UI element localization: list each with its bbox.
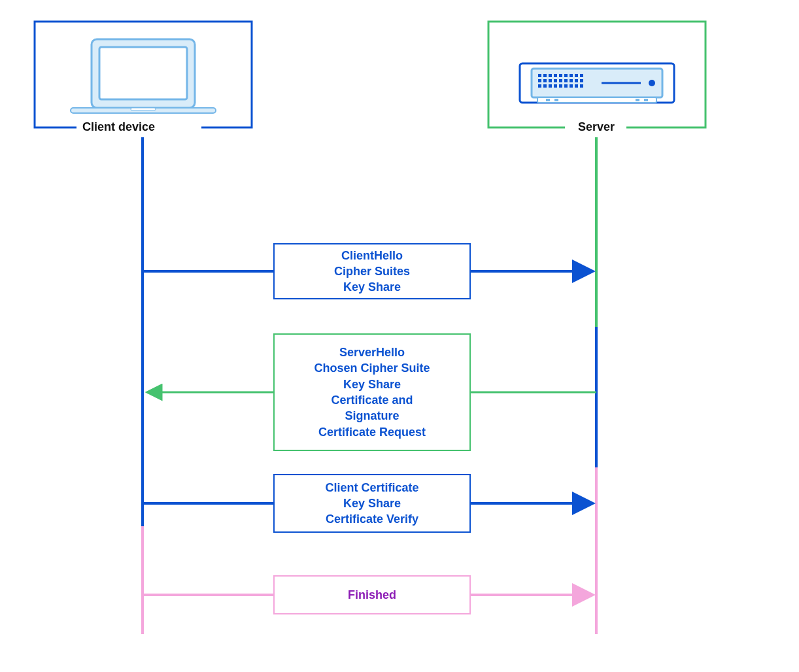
svg-rect-16 [543, 79, 547, 82]
svg-rect-25 [543, 84, 547, 88]
svg-rect-10 [559, 74, 562, 77]
svg-rect-15 [538, 79, 541, 82]
svg-rect-12 [570, 74, 573, 77]
svg-rect-39 [644, 99, 648, 101]
svg-rect-3 [131, 108, 156, 110]
svg-rect-21 [570, 79, 573, 82]
msg-line: Client Certificate [325, 480, 418, 496]
svg-rect-9 [554, 74, 557, 77]
svg-rect-14 [580, 74, 583, 77]
svg-rect-13 [575, 74, 578, 77]
msg-line: Key Share [343, 496, 401, 511]
msg-line: Chosen Cipher Suite [314, 360, 430, 376]
msg-line: Finished [348, 587, 396, 603]
msg-line: Certificate and [331, 392, 413, 408]
message-server-hello: ServerHello Chosen Cipher Suite Key Shar… [273, 333, 471, 451]
svg-point-34 [649, 80, 655, 86]
svg-rect-11 [564, 74, 568, 77]
client-frame [35, 22, 252, 127]
server-label: Server [574, 120, 619, 134]
msg-line: Signature [345, 408, 399, 424]
msg-line: ServerHello [339, 344, 405, 360]
message-client-certificate: Client Certificate Key Share Certificate… [273, 474, 471, 533]
svg-rect-18 [554, 79, 557, 82]
svg-rect-22 [575, 79, 578, 82]
client-label: Client device [78, 120, 159, 134]
svg-rect-31 [575, 84, 578, 88]
svg-rect-6 [538, 74, 541, 77]
svg-rect-8 [549, 74, 552, 77]
server-frame [488, 22, 706, 127]
svg-rect-30 [570, 84, 573, 88]
msg-line: Certificate Request [318, 424, 426, 440]
msg-line: Certificate Verify [326, 511, 418, 527]
msg-line: Key Share [343, 279, 401, 295]
svg-rect-17 [549, 79, 552, 82]
svg-rect-29 [564, 84, 568, 88]
svg-rect-1 [99, 47, 187, 99]
svg-rect-24 [538, 84, 541, 88]
svg-rect-37 [554, 99, 558, 101]
svg-rect-32 [580, 84, 583, 88]
msg-line: Cipher Suites [334, 263, 410, 279]
svg-rect-38 [636, 99, 639, 101]
svg-rect-27 [554, 84, 557, 88]
svg-rect-7 [543, 74, 547, 77]
svg-rect-20 [564, 79, 568, 82]
msg-line: ClientHello [341, 248, 403, 263]
svg-rect-28 [559, 84, 562, 88]
svg-rect-26 [549, 84, 552, 88]
laptop-icon [71, 39, 216, 113]
tls-handshake-diagram: Client device Server ClientHello Cipher … [0, 0, 799, 672]
message-finished: Finished [273, 575, 471, 614]
svg-rect-23 [580, 79, 583, 82]
svg-rect-19 [559, 79, 562, 82]
svg-rect-5 [532, 69, 662, 97]
server-icon [520, 63, 674, 103]
svg-rect-36 [546, 99, 550, 101]
message-client-hello: ClientHello Cipher Suites Key Share [273, 243, 471, 299]
msg-line: Key Share [343, 377, 401, 392]
